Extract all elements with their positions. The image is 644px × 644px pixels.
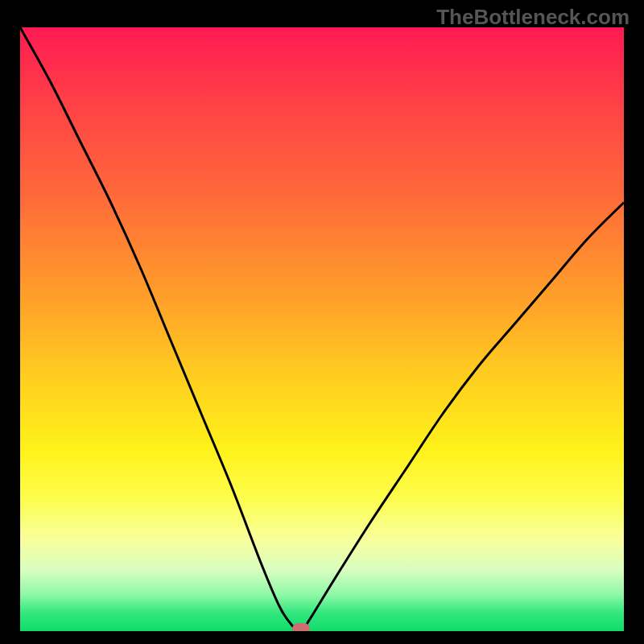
bottleneck-curve xyxy=(20,27,624,631)
optimal-point-marker xyxy=(292,623,310,631)
curve-path xyxy=(20,27,624,631)
watermark-text: TheBottleneck.com xyxy=(436,5,630,30)
chart-frame: TheBottleneck.com xyxy=(0,0,644,644)
plot-area xyxy=(20,27,624,631)
